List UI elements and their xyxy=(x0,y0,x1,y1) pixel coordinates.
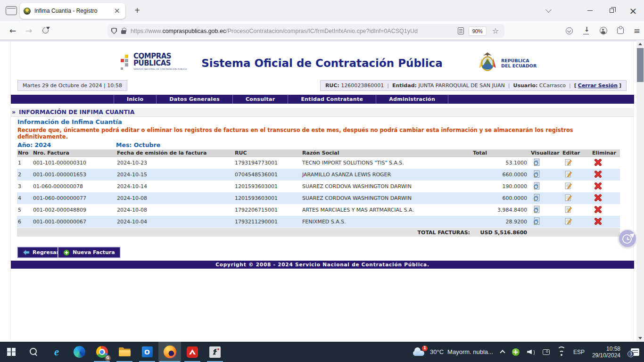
total-facturas-label: TOTAL FACTURAS: xyxy=(301,230,472,236)
window-restore-button[interactable] xyxy=(601,0,622,21)
weather-widget[interactable]: 1 30°C Mayorm. nubla... xyxy=(412,347,493,357)
visualizar-icon[interactable] xyxy=(533,194,541,203)
windows-taskbar: e G O 1 30°C Mayorm. nubla... ESP 10:58 … xyxy=(0,342,644,362)
taskbar-search-button[interactable] xyxy=(23,342,45,362)
tray-expand-icon[interactable] xyxy=(500,350,505,355)
reader-mode-icon[interactable] xyxy=(458,27,464,34)
eliminar-icon[interactable] xyxy=(594,206,602,215)
scroll-up-icon[interactable] xyxy=(636,40,644,48)
account-icon[interactable] xyxy=(600,27,607,34)
weather-temp: 30°C xyxy=(430,348,444,355)
browser-toolbar: ← → https://www.compraspublicas.gob.ec/P… xyxy=(0,21,644,40)
table-row: 2 001-001-000001653 2024-10-15 070454853… xyxy=(17,169,620,181)
vertical-scrollbar[interactable] xyxy=(636,40,644,342)
taskbar-acrobat-button[interactable] xyxy=(181,342,204,362)
editar-icon[interactable] xyxy=(564,158,572,168)
eliminar-icon[interactable] xyxy=(594,170,602,180)
speaker-icon[interactable] xyxy=(527,349,535,355)
wifi-icon[interactable] xyxy=(557,349,566,355)
file-explorer-icon xyxy=(119,347,131,356)
regresar-button[interactable]: Regresar xyxy=(17,247,64,258)
editar-icon[interactable] xyxy=(564,182,572,191)
floating-timer-widget[interactable] xyxy=(619,230,636,247)
windows-logo-icon xyxy=(7,348,16,356)
cell-ruc: 1201593603001 xyxy=(234,183,301,189)
taskbar-edge-button[interactable] xyxy=(68,342,91,362)
taskbar-ie-button[interactable]: e xyxy=(45,342,68,362)
cell-factura: 001-101-000000310 xyxy=(32,160,116,166)
bookmark-star-icon[interactable]: ☆ xyxy=(492,26,499,35)
downloads-icon[interactable] xyxy=(583,27,590,34)
clock-date: 29/10/2024 xyxy=(592,352,620,359)
reload-icon[interactable] xyxy=(41,26,50,34)
visualizar-icon[interactable] xyxy=(533,170,541,180)
forward-button[interactable]: → xyxy=(21,26,37,35)
scrollbar-thumb[interactable] xyxy=(637,48,644,82)
column-header: Total xyxy=(472,150,530,156)
tracking-shield-icon[interactable] xyxy=(111,28,117,34)
taskbar-imagej-button[interactable] xyxy=(204,342,226,362)
display-icon[interactable] xyxy=(543,349,550,355)
extensions-icon[interactable] xyxy=(617,27,624,34)
menu-item[interactable]: Entidad Contratante xyxy=(288,95,376,104)
eliminar-icon[interactable] xyxy=(594,182,602,191)
visualizar-icon[interactable] xyxy=(533,217,541,227)
scroll-down-icon[interactable] xyxy=(636,334,644,342)
editar-icon[interactable] xyxy=(564,206,572,215)
eliminar-icon[interactable] xyxy=(594,217,602,227)
cell-nro: 2 xyxy=(17,172,32,178)
cell-ruc: 0704548536001 xyxy=(234,172,301,178)
list-all-tabs-icon[interactable] xyxy=(545,7,552,13)
table-row: 1 001-101-000000310 2024-10-23 179319477… xyxy=(17,157,620,169)
action-center-icon[interactable]: 3 xyxy=(631,348,639,356)
browser-tab-active[interactable]: Infima Cuantía - Registro × xyxy=(20,3,125,19)
taskbar-outlook-button[interactable]: O xyxy=(136,342,158,362)
cell-ruc: 1793211290001 xyxy=(234,219,301,225)
tab-close-icon[interactable]: × xyxy=(113,8,122,14)
cell-nro: 3 xyxy=(17,183,32,189)
back-arrow-icon xyxy=(23,249,30,255)
cell-ruc: 1792206715001 xyxy=(234,207,301,213)
nueva-factura-button[interactable]: Nueva Factura xyxy=(58,247,120,258)
url-bar[interactable]: https://www.compraspublicas.gob.ec/Proce… xyxy=(107,24,504,38)
entidad-label: Entidad: xyxy=(392,82,417,89)
table-row: 4 001-060-000000077 2024-10-08 120159360… xyxy=(17,192,620,204)
taskbar-explorer-button[interactable] xyxy=(113,342,136,362)
menu-item[interactable]: Consultar xyxy=(233,95,288,104)
taskbar-clock[interactable]: 10:58 29/10/2024 xyxy=(592,346,620,359)
menu-item[interactable]: Administración xyxy=(376,95,448,104)
visualizar-icon[interactable] xyxy=(533,206,541,215)
pocket-icon[interactable] xyxy=(566,27,573,34)
window-minimize-button[interactable] xyxy=(579,0,601,21)
visualizar-icon[interactable] xyxy=(533,182,541,191)
column-header: Visualizar xyxy=(530,150,561,156)
back-button[interactable]: ← xyxy=(5,26,21,35)
antivirus-icon[interactable] xyxy=(512,348,520,356)
language-indicator[interactable]: ESP xyxy=(573,349,585,355)
cell-total: 660.0000 xyxy=(472,172,530,178)
search-icon xyxy=(29,347,39,357)
firefox-view-icon[interactable] xyxy=(6,6,17,15)
menu-item[interactable]: Datos Generales xyxy=(157,95,233,104)
visualizar-icon[interactable] xyxy=(533,158,541,168)
taskbar-firefox-button[interactable] xyxy=(158,342,181,362)
eliminar-icon[interactable] xyxy=(594,158,602,168)
editar-icon[interactable] xyxy=(564,217,572,227)
cell-total: 3,984.8400 xyxy=(472,207,530,213)
acrobat-icon xyxy=(187,346,198,358)
https-lock-icon[interactable] xyxy=(121,30,126,34)
taskbar-chrome-button[interactable]: G xyxy=(91,342,113,362)
menu-hamburger-icon[interactable]: ≡ xyxy=(634,26,640,35)
window-close-button[interactable]: × xyxy=(622,0,644,21)
zoom-level-chip[interactable]: 90% xyxy=(469,26,487,36)
total-facturas-value: USD 5,516.8600 xyxy=(472,230,530,236)
new-tab-button[interactable]: + xyxy=(131,5,143,16)
editar-icon[interactable] xyxy=(564,170,572,180)
start-button[interactable] xyxy=(0,342,23,362)
editar-icon[interactable] xyxy=(564,194,572,203)
menu-item[interactable]: Inicio xyxy=(114,95,157,104)
logo-squares-icon xyxy=(121,55,131,71)
eliminar-icon[interactable] xyxy=(594,194,602,203)
column-header: RUC xyxy=(234,150,301,156)
logout-link[interactable]: Cerrar Sesión xyxy=(578,82,618,89)
